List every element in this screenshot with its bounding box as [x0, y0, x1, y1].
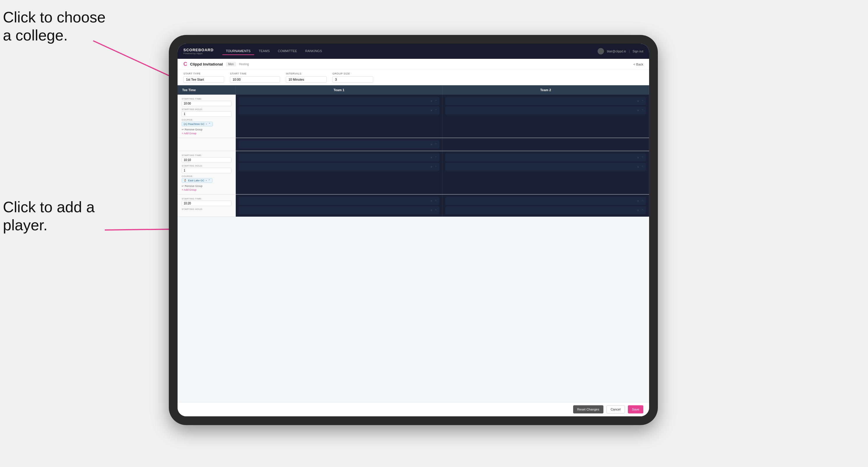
group-course-field-2: COURSE: 🏌 East Lake GC × ⌃ — [182, 175, 231, 183]
starting-hole-input-1[interactable] — [182, 111, 231, 117]
start-time-group: Start Time — [230, 72, 280, 83]
course-remove-1[interactable]: × — [206, 123, 207, 125]
player-slot-g3-1-1[interactable]: × ⌃ — [239, 197, 439, 205]
course-name-2: East Lake GC — [188, 179, 204, 182]
course-x-1[interactable]: × — [430, 143, 433, 146]
cancel-button[interactable]: Cancel — [606, 405, 625, 413]
group-left-2: STARTING TIME: STARTING HOLE: COURSE: 🏌 … — [178, 151, 236, 194]
course-arrow-2[interactable]: ⌃ — [208, 179, 211, 182]
player-slot-arrow-2-2[interactable]: ⌃ — [641, 109, 644, 112]
player-slot-arrow-2-1[interactable]: ⌃ — [641, 100, 644, 103]
group-starting-time-field-1: STARTING TIME: — [182, 97, 231, 106]
group-actions-1: ↩ Remove Group + Add Group — [182, 128, 231, 135]
player-slot-g3-2-1[interactable]: × ⌃ — [445, 197, 646, 205]
start-time-input[interactable] — [230, 76, 280, 83]
remove-group-btn-2[interactable]: ↩ Remove Group — [182, 185, 231, 187]
group-size-select[interactable]: 3 — [333, 76, 373, 83]
course-arrow-1[interactable]: ⌃ — [209, 123, 211, 125]
group-starting-hole-field-1: STARTING HOLE: — [182, 108, 231, 117]
starting-time-input-2[interactable] — [182, 157, 231, 163]
group-left-3: STARTING TIME: STARTING HOLE: — [178, 194, 236, 217]
group-starting-time-field-2: STARTING TIME: — [182, 154, 231, 163]
course-player-1-1[interactable]: × ⌃ — [239, 140, 439, 149]
tablet-screen: SCOREBOARD Powered by clippd TOURNAMENTS… — [178, 44, 649, 416]
group-starting-hole-field-3: STARTING HOLE: — [182, 208, 231, 211]
player-slot-2-1[interactable]: × ⌃ — [445, 97, 646, 105]
hosting-tag: Hosting — [239, 63, 249, 66]
course-tag-1[interactable]: (A) Peachtree GC × ⌃ — [182, 122, 213, 126]
player-slot-1-2[interactable]: × ⌃ — [239, 106, 439, 115]
player-slot-g2-1-1[interactable]: × ⌃ — [239, 153, 439, 162]
player-slot-g2-2-1[interactable]: × ⌃ — [445, 153, 646, 162]
player-slot-g3-arrow-2-1[interactable]: ⌃ — [641, 199, 644, 203]
starting-hole-input-2[interactable] — [182, 168, 231, 173]
nav-link-tournaments[interactable]: TOURNAMENTS — [222, 48, 254, 55]
team1-cell-1: × ⌃ × ⌃ — [236, 95, 442, 138]
team2-cell-2: × ⌃ × ⌃ — [442, 151, 649, 194]
player-slot-g3-x-1-1[interactable]: × — [430, 199, 433, 203]
start-type-group: Start Type 1st Tee Start — [183, 72, 224, 83]
starting-time-input-3[interactable] — [182, 200, 231, 206]
player-slot-g3-arrow-1-2[interactable]: ⌃ — [434, 209, 437, 212]
save-button[interactable]: Save — [628, 405, 643, 413]
player-slot-g2-1-2[interactable]: × ⌃ — [239, 163, 439, 171]
starting-time-label-1: STARTING TIME: — [182, 97, 231, 100]
player-slot-g2-2-2[interactable]: × ⌃ — [445, 163, 646, 171]
player-slot-2-2[interactable]: × ⌃ — [445, 106, 646, 115]
player-slot-g3-x-1-2[interactable]: × — [430, 209, 433, 212]
nav-brand: SCOREBOARD Powered by clippd — [183, 48, 214, 55]
course-label-1: COURSE: — [182, 119, 231, 121]
add-group-btn-1[interactable]: + Add Group — [182, 132, 231, 135]
start-type-select[interactable]: 1st Tee Start — [183, 76, 224, 83]
player-slot-arrow-1-1[interactable]: ⌃ — [434, 100, 437, 103]
nav-link-teams[interactable]: TEAMS — [255, 48, 273, 55]
user-email: blair@clippd.io — [607, 50, 626, 53]
player-slot-g3-x-2-1[interactable]: × — [637, 199, 640, 203]
th-team1: Team 1 — [236, 85, 442, 95]
group-actions-2: ↩ Remove Group + Add Group — [182, 185, 231, 191]
course-row-1: × ⌃ — [178, 138, 649, 151]
team1-cell-2: × ⌃ × ⌃ — [236, 151, 442, 194]
table-header: Tee Time Team 1 Team 2 — [178, 85, 649, 95]
player-slot-g2-arrow-1-2[interactable]: ⌃ — [434, 165, 437, 168]
starting-time-input-1[interactable] — [182, 101, 231, 106]
player-slot-g3-arrow-2-2[interactable]: ⌃ — [641, 209, 644, 212]
course-tag-2[interactable]: 🏌 East Lake GC × ⌃ — [182, 178, 213, 183]
course-team2-1 — [442, 138, 649, 151]
user-avatar — [597, 48, 604, 55]
course-remove-2[interactable]: × — [206, 179, 207, 182]
team1-cell-3: × ⌃ × ⌃ — [236, 194, 442, 217]
player-slot-g2-x-2-1[interactable]: × — [637, 156, 640, 159]
player-slot-x-1-1[interactable]: × — [430, 100, 433, 103]
player-slot-arrow-1-2[interactable]: ⌃ — [434, 109, 437, 112]
nav-bar: SCOREBOARD Powered by clippd TOURNAMENTS… — [178, 44, 649, 59]
player-slot-g2-arrow-2-1[interactable]: ⌃ — [641, 156, 644, 159]
player-slot-g2-x-1-1[interactable]: × — [430, 156, 433, 159]
course-arrow-1[interactable]: ⌃ — [434, 143, 437, 146]
sign-out-link[interactable]: Sign out — [632, 50, 643, 53]
main-content[interactable]: STARTING TIME: STARTING HOLE: COURSE: (A… — [178, 95, 649, 402]
player-slot-x-1-2[interactable]: × — [430, 109, 433, 112]
player-slot-g2-arrow-1-1[interactable]: ⌃ — [434, 156, 437, 159]
nav-links: TOURNAMENTS TEAMS COMMITTEE RANKINGS — [222, 48, 597, 55]
group-row-3: STARTING TIME: STARTING HOLE: × ⌃ × ⌃ — [178, 194, 649, 217]
player-slot-g3-x-2-2[interactable]: × — [637, 209, 640, 212]
player-slot-g2-x-1-2[interactable]: × — [430, 165, 433, 168]
nav-right: blair@clippd.io | Sign out — [597, 48, 643, 55]
add-group-btn-2[interactable]: + Add Group — [182, 188, 231, 191]
player-slot-x-2-1[interactable]: × — [637, 100, 640, 103]
player-slot-g3-1-2[interactable]: × ⌃ — [239, 206, 439, 214]
player-slot-1-1[interactable]: × ⌃ — [239, 97, 439, 105]
player-slot-g2-arrow-2-2[interactable]: ⌃ — [641, 165, 644, 168]
remove-group-btn-1[interactable]: ↩ Remove Group — [182, 128, 231, 131]
back-button[interactable]: < Back — [633, 63, 643, 66]
player-slot-g3-arrow-1-1[interactable]: ⌃ — [434, 199, 437, 203]
player-slot-g3-2-2[interactable]: × ⌃ — [445, 206, 646, 214]
reset-changes-button[interactable]: Reset Changes — [573, 405, 603, 413]
course-row-left-1 — [178, 138, 236, 151]
nav-link-rankings[interactable]: RANKINGS — [302, 48, 326, 55]
player-slot-g2-x-2-2[interactable]: × — [637, 165, 640, 168]
nav-link-committee[interactable]: COMMITTEE — [275, 48, 301, 55]
intervals-select[interactable]: 10 Minutes — [286, 76, 327, 83]
player-slot-x-2-2[interactable]: × — [637, 109, 640, 112]
